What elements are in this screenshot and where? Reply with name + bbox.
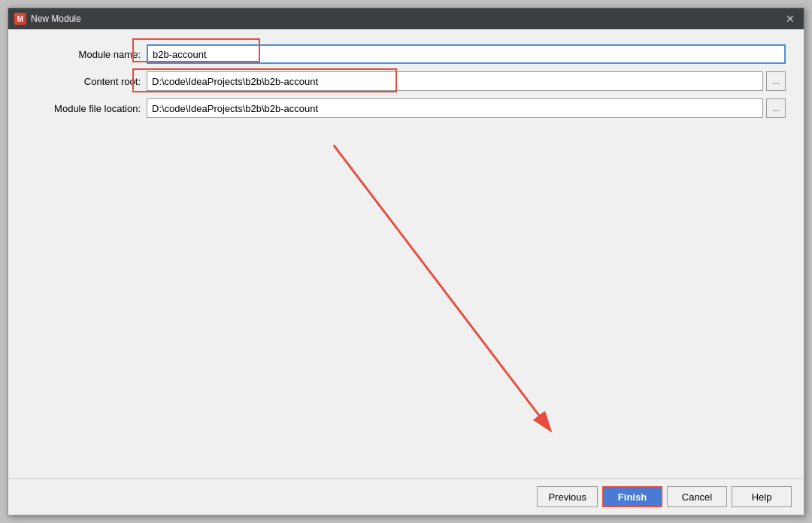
content-root-browse-button[interactable]: ...: [766, 71, 786, 91]
module-name-input[interactable]: [147, 44, 786, 64]
module-file-location-input[interactable]: [147, 98, 763, 118]
module-file-location-input-container: ...: [147, 98, 786, 118]
module-file-location-browse-button[interactable]: ...: [766, 98, 786, 118]
previous-button[interactable]: Previous: [537, 486, 598, 507]
content-root-input-container: ...: [147, 71, 786, 91]
module-name-input-container: [147, 44, 786, 64]
content-root-label: Content root:: [26, 76, 147, 87]
dialog-footer: Previous Finish Cancel Help: [8, 478, 804, 515]
module-file-location-label: Module file location:: [26, 103, 147, 114]
titlebar: M New Module ✕: [8, 8, 804, 29]
module-file-location-row: Module file location: ...: [26, 98, 786, 118]
finish-button[interactable]: Finish: [602, 486, 662, 507]
titlebar-left: M New Module: [14, 13, 81, 25]
module-name-row: Module name:: [26, 44, 786, 64]
content-root-row: Content root: ...: [26, 71, 786, 91]
annotation-arrow: [8, 29, 804, 478]
content-root-input[interactable]: [147, 71, 763, 91]
svg-line-1: [334, 145, 551, 431]
new-module-dialog: M New Module ✕ Module name: Content root…: [8, 8, 804, 515]
app-icon: M: [14, 13, 26, 25]
module-name-label: Module name:: [26, 49, 147, 60]
help-button[interactable]: Help: [732, 486, 792, 507]
dialog-content: Module name: Content root: ... Module fi…: [8, 29, 804, 478]
dialog-title: New Module: [31, 14, 81, 24]
close-button[interactable]: ✕: [783, 11, 798, 26]
cancel-button[interactable]: Cancel: [667, 486, 727, 507]
